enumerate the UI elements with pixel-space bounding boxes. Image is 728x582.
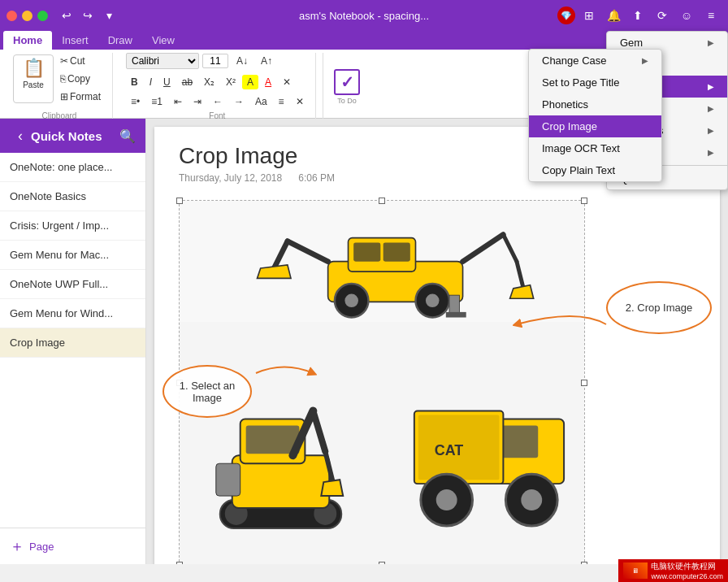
font-size-input[interactable]: [202, 54, 228, 68]
sidebar-item-gem-wind[interactable]: Gem Menu for Wind...: [0, 299, 145, 328]
style-button[interactable]: Aa: [250, 93, 272, 110]
display-icon[interactable]: ⊞: [578, 5, 600, 26]
sidebar-header: ‹ Quick Notes 🔍: [0, 119, 145, 153]
sidebar-item-crop-image[interactable]: Crop Image: [0, 328, 145, 358]
sync-icon[interactable]: ⟳: [652, 5, 673, 26]
share-icon[interactable]: ⬆: [627, 5, 648, 26]
clear-button[interactable]: ✕: [291, 93, 309, 110]
svg-line-8: [517, 262, 523, 289]
strikethrough-button[interactable]: ab: [177, 74, 197, 90]
superscript-button[interactable]: X²: [221, 74, 240, 90]
handle-tm[interactable]: [379, 198, 385, 204]
italic-button[interactable]: I: [145, 74, 157, 90]
chevron-right-icon-favorites: ▶: [708, 126, 714, 135]
edit-item-set-title[interactable]: Set to Page Title: [529, 72, 661, 93]
checkmark-icon: ✓: [340, 72, 354, 92]
add-page-label: Page: [29, 541, 54, 553]
bold-button[interactable]: B: [126, 74, 143, 90]
numbered-list-button[interactable]: ≡1: [146, 93, 167, 110]
redo-icon[interactable]: ↪: [79, 7, 97, 24]
svg-rect-26: [501, 426, 538, 458]
svg-line-22: [313, 411, 325, 452]
add-page-footer[interactable]: ＋ Page: [0, 528, 145, 564]
watermark: 🖥 电脑软硬件教程网 www.computer26.com: [618, 559, 728, 582]
font-color-button[interactable]: A: [260, 74, 276, 90]
titlebar-right-icons: 💎 ⊞ 🔔 ⬆ ⟳ ☺ ≡: [557, 5, 722, 26]
sidebar: ‹ Quick Notes 🔍 OneNote: one place... On…: [0, 119, 146, 564]
clipboard-buttons: 📋 Paste ✂ Cut ⎘ Copy ⊞ Format: [13, 53, 106, 105]
copy-icon: ⎘: [60, 73, 66, 85]
tab-view[interactable]: View: [142, 31, 184, 50]
format-button[interactable]: ⊞ Format: [55, 89, 106, 105]
indent-decrease-button[interactable]: ⇤: [169, 93, 187, 110]
sidebar-item-onenote-place[interactable]: OneNote: one place...: [0, 153, 145, 182]
underline-button[interactable]: U: [158, 74, 176, 90]
clear-format-button[interactable]: ✕: [278, 74, 296, 90]
menu-icon[interactable]: ≡: [700, 5, 722, 26]
maximize-button[interactable]: [37, 11, 48, 21]
rtl-button[interactable]: ←: [208, 93, 228, 110]
ltr-button[interactable]: →: [229, 93, 249, 110]
sidebar-item-onenote-uwp[interactable]: OneNote UWP Full...: [0, 270, 145, 299]
emoji-icon[interactable]: ☺: [676, 5, 697, 26]
highlight-button[interactable]: A: [242, 75, 258, 89]
sidebar-items: OneNote: one place... OneNote Basics Cri…: [0, 153, 145, 528]
sidebar-back-button[interactable]: ‹: [10, 125, 31, 146]
callout-crop-image: 2. Crop Image: [606, 281, 712, 334]
edit-item-copy-plain[interactable]: Copy Plain Text: [529, 159, 661, 181]
paste-icon: 📋: [23, 58, 45, 79]
minimize-button[interactable]: [22, 11, 32, 21]
handle-br[interactable]: [581, 562, 587, 564]
edit-item-ocr[interactable]: Image OCR Text: [529, 137, 661, 159]
tab-insert[interactable]: Insert: [52, 31, 98, 50]
chevron-right-icon: ▶: [708, 38, 714, 47]
tab-draw[interactable]: Draw: [98, 31, 142, 50]
titlebar-icons: ↩ ↪ ▾: [58, 7, 118, 24]
sidebar-item-crisis[interactable]: Crisis: Urgent / Imp...: [0, 211, 145, 241]
align-button[interactable]: ≡: [274, 93, 289, 110]
font-family-select[interactable]: Calibri: [126, 53, 199, 69]
note-page: Crop Image Thursday, July 12, 2018 6:06 …: [154, 127, 720, 564]
close-button[interactable]: [6, 11, 17, 21]
format-icon: ⊞: [60, 91, 68, 102]
sidebar-item-onenote-basics[interactable]: OneNote Basics: [0, 182, 145, 211]
handle-bl[interactable]: [176, 562, 183, 564]
svg-line-7: [503, 234, 517, 261]
font-size-down-button[interactable]: A↓: [232, 53, 253, 69]
sidebar-item-gem-mac[interactable]: Gem Menu for Mac...: [0, 241, 145, 270]
copy-button[interactable]: ⎘ Copy: [55, 71, 106, 87]
edit-item-change-case[interactable]: Change Case ▶: [529, 50, 661, 72]
vehicle-image-3: CAT: [382, 322, 584, 564]
tab-home[interactable]: Home: [3, 31, 52, 50]
dropdown-icon[interactable]: ▾: [100, 7, 118, 24]
sidebar-title: Quick Notes: [31, 129, 119, 143]
edit-item-phonetics[interactable]: Phonetics: [529, 93, 661, 115]
cut-button[interactable]: ✂ Cut: [55, 53, 106, 69]
undo-icon[interactable]: ↩: [58, 7, 76, 24]
handle-mr[interactable]: [581, 380, 587, 386]
gem-icon[interactable]: 💎: [557, 7, 575, 24]
watermark-logo: 🖥: [623, 562, 648, 579]
edit-item-crop-image[interactable]: Crop Image: [529, 115, 661, 137]
handle-tl[interactable]: [176, 198, 183, 204]
svg-rect-24: [216, 464, 240, 497]
watermark-url: www.computer26.com: [651, 572, 723, 580]
bullets-button[interactable]: ≡•: [126, 93, 145, 110]
chevron-right-icon-help: ▶: [708, 148, 714, 157]
svg-text:CAT: CAT: [435, 443, 464, 459]
handle-tr[interactable]: [581, 198, 587, 204]
subscript-button[interactable]: X₂: [199, 74, 219, 90]
title-bar: ↩ ↪ ▾ asm's Notebook - spacing... 💎 ⊞ 🔔 …: [0, 0, 728, 31]
notification-icon[interactable]: 🔔: [603, 5, 624, 26]
arrow-2-svg: [513, 304, 610, 345]
handle-bm[interactable]: [379, 562, 385, 564]
todo-checkbox[interactable]: ✓: [334, 69, 360, 95]
todo-area: ✓ To Do: [323, 53, 371, 120]
traffic-lights: [6, 11, 48, 21]
scissors-icon: ✂: [60, 55, 68, 67]
indent-increase-button[interactable]: ⇥: [188, 93, 206, 110]
font-group: Calibri A↓ A↑ B I U ab X₂ X² A A ✕ ≡• ≡1…: [119, 53, 316, 120]
sidebar-search-icon[interactable]: 🔍: [119, 128, 136, 144]
paste-button[interactable]: 📋 Paste: [13, 54, 54, 103]
font-size-up-button[interactable]: A↑: [256, 53, 277, 69]
